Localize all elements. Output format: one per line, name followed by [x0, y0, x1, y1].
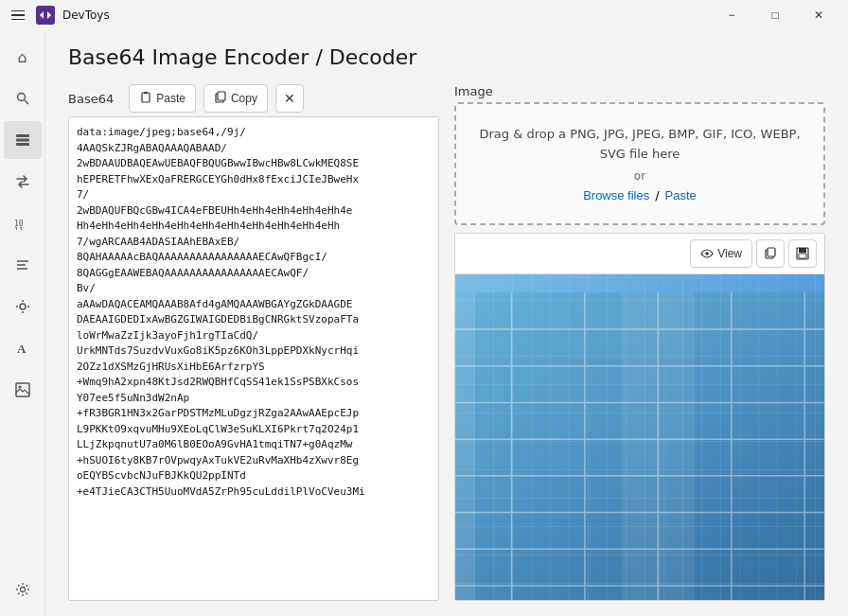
browse-files-button[interactable]: Browse files	[583, 188, 649, 202]
svg-text:A: A	[17, 342, 26, 356]
tools-icon	[15, 132, 30, 148]
image-preview	[455, 274, 824, 601]
svg-rect-3	[16, 134, 29, 137]
building-grid-overlay	[455, 274, 824, 601]
left-panel: Base64 Paste	[68, 84, 439, 601]
titlebar-title: DevToys	[62, 9, 110, 22]
view-button[interactable]: View	[690, 239, 752, 268]
sidebar: ⌂ 10 11	[0, 30, 45, 616]
image-label: Image	[454, 84, 825, 98]
eye-icon	[700, 249, 714, 258]
svg-rect-20	[142, 93, 150, 102]
svg-point-18	[18, 386, 21, 389]
minimize-button[interactable]: −	[710, 0, 753, 30]
image-preview-section: View	[454, 233, 825, 601]
svg-rect-26	[768, 248, 775, 256]
copy-button[interactable]: Copy	[203, 84, 268, 113]
text-icon: A	[15, 341, 30, 356]
close-button[interactable]: ✕	[797, 0, 840, 30]
svg-point-1	[17, 94, 25, 101]
sidebar-item-tools[interactable]	[4, 121, 42, 159]
copy-label: Copy	[231, 92, 257, 105]
base64-label: Base64	[68, 92, 114, 106]
clear-button[interactable]: ✕	[275, 84, 304, 113]
titlebar-controls: − □ ✕	[710, 0, 840, 30]
svg-rect-23	[218, 92, 225, 100]
svg-point-24	[705, 252, 709, 255]
svg-rect-4	[16, 139, 29, 142]
drop-zone-actions: Browse files / Paste	[583, 188, 697, 202]
generator-icon	[15, 299, 30, 314]
copy-icon	[214, 91, 227, 107]
copy-image-icon	[764, 247, 777, 260]
encode-icon: 10 11	[14, 217, 31, 230]
sidebar-item-settings[interactable]	[4, 571, 42, 608]
page-title: Base64 Image Encoder / Decoder	[68, 45, 825, 69]
base64-textarea-container	[68, 116, 439, 601]
svg-rect-0	[36, 6, 55, 25]
sidebar-item-text[interactable]: A	[4, 329, 42, 367]
svg-rect-21	[144, 92, 148, 94]
settings-icon	[15, 582, 30, 597]
base64-textarea[interactable]	[69, 117, 438, 600]
image-icon	[15, 382, 30, 397]
titlebar-left: DevToys	[8, 6, 110, 25]
main-content: Base64 Image Encoder / Decoder Base64 Pa…	[45, 30, 848, 616]
sidebar-item-encode[interactable]: 10 11	[4, 204, 42, 242]
left-panel-toolbar: Base64 Paste	[68, 84, 439, 113]
close-icon: ✕	[284, 91, 295, 106]
copy-image-button[interactable]	[756, 239, 785, 268]
svg-rect-30	[801, 255, 804, 257]
sidebar-item-home[interactable]: ⌂	[4, 38, 42, 76]
svg-point-19	[20, 588, 25, 592]
svg-point-11	[20, 304, 26, 309]
view-label: View	[717, 247, 742, 260]
maximize-button[interactable]: □	[753, 0, 797, 30]
svg-text:11: 11	[14, 227, 24, 230]
sidebar-item-image[interactable]	[4, 371, 42, 409]
paste-button[interactable]: Paste	[129, 84, 196, 113]
drop-zone-or: or	[634, 169, 645, 183]
image-toolbar: View	[455, 234, 824, 274]
devtoys-icon	[36, 6, 55, 25]
paste-label: Paste	[156, 92, 186, 105]
right-panel: Image Drag & drop a PNG, JPG, JPEG, BMP,…	[454, 84, 825, 601]
paste-image-button[interactable]: Paste	[665, 188, 697, 202]
drop-zone-text: Drag & drop a PNG, JPG, JPEG, BMP, GIF, …	[475, 125, 804, 165]
save-icon	[796, 247, 809, 260]
hamburger-menu[interactable]	[8, 7, 28, 25]
sidebar-item-formatter[interactable]	[4, 246, 42, 284]
converter-icon	[15, 174, 30, 189]
svg-rect-5	[16, 143, 29, 146]
svg-rect-28	[799, 248, 806, 253]
save-image-button[interactable]	[788, 239, 817, 268]
sidebar-item-search[interactable]	[4, 79, 42, 117]
drop-zone[interactable]: Drag & drop a PNG, JPG, JPEG, BMP, GIF, …	[454, 102, 825, 225]
paste-icon	[139, 91, 152, 107]
sidebar-item-converter[interactable]	[4, 163, 42, 201]
svg-rect-17	[16, 383, 29, 396]
search-icon	[15, 91, 30, 106]
svg-line-2	[25, 100, 28, 104]
titlebar: DevToys − □ ✕	[0, 0, 848, 30]
app-body: ⌂ 10 11	[0, 30, 848, 616]
formatter-icon	[15, 257, 30, 273]
action-separator: /	[655, 188, 659, 202]
sidebar-item-generator[interactable]	[4, 288, 42, 326]
panels: Base64 Paste	[68, 84, 825, 601]
